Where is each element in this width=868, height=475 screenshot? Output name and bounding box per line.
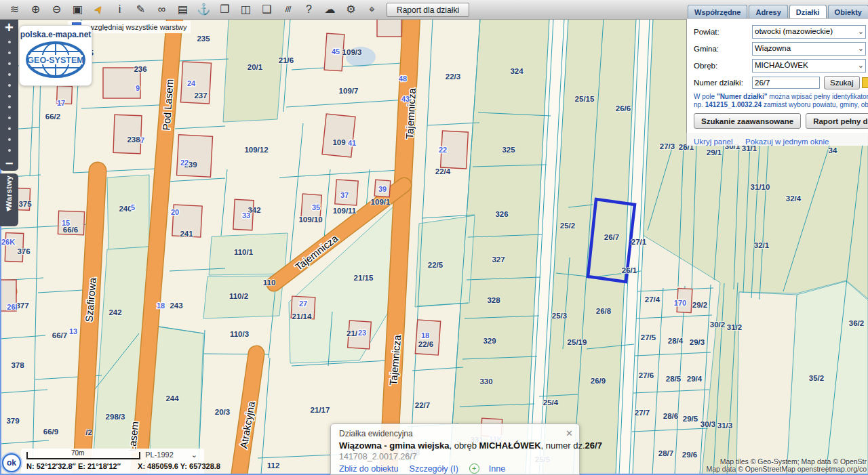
layers-icon[interactable]: ≋ xyxy=(7,1,22,18)
powiat-select[interactable]: otwocki (mazowieckie)⌄ xyxy=(752,25,866,39)
zoom-to-object-link[interactable]: Zbliż do obiektu xyxy=(339,464,399,474)
parcel-label: 236 xyxy=(134,65,146,73)
layers-tab-label: Warstwy xyxy=(5,175,14,208)
parcel-label: 25/4 xyxy=(543,398,559,407)
parcel-label: 109/11 xyxy=(333,207,357,215)
parcel-label: 66/2 xyxy=(45,112,60,121)
chevron-down-icon: ⌄ xyxy=(191,451,197,459)
single-window-link[interactable]: Pokazuj w jednym oknie xyxy=(745,138,829,146)
popup-title: Działka ewidencyjna xyxy=(339,429,571,438)
building xyxy=(113,115,142,153)
cloud-icon[interactable]: ☁ xyxy=(323,1,337,18)
copy-windows-icon[interactable]: ❐ xyxy=(218,1,232,18)
parcel-label: 30/2 xyxy=(710,321,725,329)
layout-icon[interactable]: ◫ xyxy=(239,1,253,18)
parcel-label: 29/2 xyxy=(692,301,707,309)
parcel-label: 32/4 xyxy=(786,194,802,203)
house-number-label: 13 xyxy=(69,327,77,335)
parcel-label: 28/5 xyxy=(666,375,682,383)
tab-współrzędne[interactable]: Współrzędne xyxy=(688,5,747,18)
parcel-label: 324 xyxy=(510,67,524,75)
logo-box[interactable]: polska.e-mapa.net GEO-SYSTEM xyxy=(19,25,92,86)
parcel-identifier: 141708_2.0017.26/7 xyxy=(339,452,571,461)
tab-obiekty[interactable]: Obiekty xyxy=(828,5,868,18)
chevron-down-icon: ⌄ xyxy=(858,60,864,71)
details-link[interactable]: Szczegóły (I) xyxy=(410,464,458,474)
layers-panel-tab[interactable]: Warstwy ▶ xyxy=(0,173,18,226)
house-number-label: 27 xyxy=(299,300,307,308)
crs-selector[interactable]: PL-1992⌄ xyxy=(145,451,197,459)
link-icon[interactable]: ∞ xyxy=(155,1,169,18)
toolbar-icons: ≋⊕⊖▣➤i✎∞▤⚓❐◫❑///?☁⚙⌖∐⚠ xyxy=(0,1,425,18)
geo-coordinates: N: 52°12′32.8″ E: 21°18′12″ xyxy=(26,462,121,470)
report-button[interactable]: Raport dla działki xyxy=(387,3,469,17)
parcel-label: 22/7 xyxy=(415,401,430,409)
parcel-label: 27/3 xyxy=(660,142,675,150)
obreb-select[interactable]: MICHAŁÓWEK⌄ xyxy=(752,59,866,73)
measure-icon[interactable]: ✎ xyxy=(134,1,148,18)
parcel-label: 21/15 xyxy=(354,274,374,282)
house-number-label: 37 xyxy=(340,191,349,199)
parcel-label: 109/10 xyxy=(298,215,322,224)
settings-icon[interactable]: ⚙ xyxy=(344,1,358,18)
parcel-description: Wiązowna - gmina wiejska, obręb MICHAŁÓW… xyxy=(339,440,571,451)
tab-adresy[interactable]: Adresy xyxy=(749,5,787,18)
parcel-info-popup: Działka ewidencyjna ✕ Wiązowna - gmina w… xyxy=(330,424,580,475)
parcel-label: 27/7 xyxy=(635,409,650,417)
crs-value: PL-1992 xyxy=(145,451,174,459)
parcel-label: 29/6 xyxy=(682,451,697,459)
parallel-lines-icon[interactable]: /// xyxy=(281,1,295,18)
numer-dzialki-input[interactable] xyxy=(752,77,820,89)
close-icon[interactable]: ✕ xyxy=(566,428,573,438)
anchor-icon[interactable]: ⚓ xyxy=(197,1,211,18)
search-hint-text: W pole "Numer działki" można wpisać pełn… xyxy=(694,93,868,109)
parcel-label: 243 xyxy=(170,302,182,310)
building xyxy=(176,135,212,178)
zoom-slider[interactable] xyxy=(8,37,11,156)
hide-panel-link[interactable]: Ukryj panel xyxy=(694,138,733,146)
parcel-label: 35/2 xyxy=(809,374,824,382)
parcel-label: 22/4 xyxy=(435,167,451,175)
plus-circle-icon[interactable]: + xyxy=(469,463,479,474)
parcel-label: 242 xyxy=(108,308,121,316)
chevron-down-icon: ⌄ xyxy=(858,26,864,37)
parcel-label: 20/1 xyxy=(248,63,263,71)
parcel-label: 20/3 xyxy=(215,408,230,416)
parcel-label: 34 xyxy=(829,146,837,154)
print-icon[interactable]: ▤ xyxy=(176,1,190,18)
parcel-label: 27/4 xyxy=(645,295,660,304)
zoom-in-button[interactable]: + xyxy=(5,19,14,37)
parcel-label: 330 xyxy=(479,377,492,386)
parcel-label: 109 xyxy=(332,138,345,146)
zoom-out-button[interactable]: − xyxy=(5,156,14,171)
info-icon[interactable]: i xyxy=(113,1,127,18)
highlight-color-swatch[interactable] xyxy=(862,77,868,88)
scale-label: 70m xyxy=(71,449,84,457)
ok-button[interactable]: ok xyxy=(2,453,21,472)
gmina-select[interactable]: Wiązowna⌄ xyxy=(752,42,866,56)
parcel-label: 29/4 xyxy=(687,375,703,383)
comment-icon[interactable]: ❑ xyxy=(260,1,274,18)
full-report-button[interactable]: Raport pełny dla działki xyxy=(806,113,868,129)
search-button[interactable]: Szukaj xyxy=(824,76,860,89)
zoom-out-icon[interactable]: ⊖ xyxy=(50,1,64,18)
xy-coordinates: X: 485059.6 Y: 657328.8 xyxy=(138,462,220,470)
parcel-label: 31/10 xyxy=(751,183,770,191)
parcel-label: 28/6 xyxy=(663,412,678,420)
search-map-icon[interactable]: ⌖ xyxy=(365,1,379,18)
svg-text:GEO-SYSTEM: GEO-SYSTEM xyxy=(27,56,83,65)
parcel-label: 22/5 xyxy=(428,261,443,269)
advanced-search-button[interactable]: Szukanie zaawansowane xyxy=(694,113,801,129)
tab-działki[interactable]: Działki xyxy=(789,5,827,18)
zoom-in-icon[interactable]: ⊕ xyxy=(28,1,43,18)
parcel-label: 240 xyxy=(119,205,132,213)
panel-links-row: Ukryj panel Pokazuj w jednym oknie xyxy=(686,133,868,146)
parcel-label: 29/3 xyxy=(690,338,705,346)
pointer-icon[interactable]: ➤ xyxy=(87,0,110,20)
parcel-label: 66/9 xyxy=(43,428,58,436)
site-title: polska.e-mapa.net xyxy=(20,30,92,39)
other-link[interactable]: Inne xyxy=(489,464,505,474)
help-icon[interactable]: ? xyxy=(302,1,316,18)
full-extent-icon[interactable]: ▣ xyxy=(71,1,85,18)
map-area xyxy=(787,281,868,474)
